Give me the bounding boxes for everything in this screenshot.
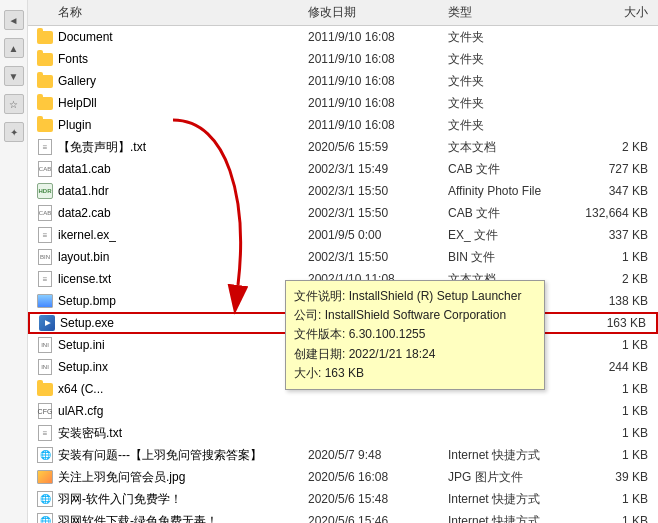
file-date: 2002/3/1 15:50 (308, 206, 448, 220)
file-icon-cfg: CFG (36, 402, 54, 420)
file-name: layout.bin (58, 250, 109, 264)
file-name: 羽网-软件入门免费学！ (58, 491, 182, 508)
file-icon-url: 🌐 (36, 512, 54, 523)
file-icon-txt (36, 424, 54, 442)
file-name: Setup.exe (60, 316, 114, 330)
tooltip-setupexe: 文件说明: InstallShield (R) Setup Launcher 公… (285, 280, 545, 390)
file-name: Document (58, 30, 113, 44)
tooltip-line4: 创建日期: 2022/1/21 18:24 (294, 345, 536, 364)
file-date: 2011/9/10 16:08 (308, 74, 448, 88)
file-icon-folder (36, 94, 54, 112)
file-size: 2 KB (578, 140, 658, 154)
file-size: 39 KB (578, 470, 658, 484)
file-name: ikernel.ex_ (58, 228, 116, 242)
file-row[interactable]: 🌐安装有问题---【上羽免问管搜索答案】2020/5/7 9:48Interne… (28, 444, 658, 466)
file-icon-folder (36, 50, 54, 68)
file-type: CAB 文件 (448, 205, 578, 222)
file-size: 1 KB (578, 404, 658, 418)
file-type: 文件夹 (448, 95, 578, 112)
sidebar-btn-star[interactable]: ☆ (4, 94, 24, 114)
file-row[interactable]: Plugin2011/9/10 16:08文件夹 (28, 114, 658, 136)
file-size: 1 KB (578, 250, 658, 264)
file-icon-txt (36, 226, 54, 244)
sidebar-btn-pin[interactable]: ✦ (4, 122, 24, 142)
file-icon-bin: BIN (36, 248, 54, 266)
file-type: Affinity Photo File (448, 184, 578, 198)
tooltip-line1: 文件说明: InstallShield (R) Setup Launcher (294, 287, 536, 306)
file-list[interactable]: Document2011/9/10 16:08文件夹Fonts2011/9/10… (28, 26, 658, 523)
tooltip-line5: 大小: 163 KB (294, 364, 536, 383)
file-icon-cab: CAB (36, 204, 54, 222)
file-date: 2011/9/10 16:08 (308, 118, 448, 132)
file-row[interactable]: 🌐羽网-软件入门免费学！2020/5/6 15:48Internet 快捷方式1… (28, 488, 658, 510)
file-icon-ini: INI (36, 358, 54, 376)
file-name: HelpDll (58, 96, 97, 110)
content-area: 名称 修改日期 类型 大小 Document2011/9/10 16:08文件夹… (28, 0, 658, 523)
file-type: 文本文档 (448, 139, 578, 156)
file-size: 138 KB (578, 294, 658, 308)
file-icon-folder (36, 380, 54, 398)
sidebar-btn-back[interactable]: ◄ (4, 10, 24, 30)
file-size: 163 KB (576, 316, 656, 330)
file-row[interactable]: CABdata2.cab2002/3/1 15:50CAB 文件132,664 … (28, 202, 658, 224)
file-size: 1 KB (578, 448, 658, 462)
file-row[interactable]: CFGulAR.cfg1 KB (28, 400, 658, 422)
file-name: 关注上羽免问管会员.jpg (58, 469, 185, 486)
file-type: Internet 快捷方式 (448, 491, 578, 508)
file-type: 文件夹 (448, 51, 578, 68)
file-icon-hdr: HDR (36, 182, 54, 200)
file-size: 244 KB (578, 360, 658, 374)
file-row[interactable]: 【免责声明】.txt2020/5/6 15:59文本文档2 KB (28, 136, 658, 158)
file-row[interactable]: 安装密码.txt1 KB (28, 422, 658, 444)
file-icon-url: 🌐 (36, 446, 54, 464)
file-name: x64 (C... (58, 382, 103, 396)
file-name: Setup.bmp (58, 294, 116, 308)
file-row[interactable]: Document2011/9/10 16:08文件夹 (28, 26, 658, 48)
file-name: 安装密码.txt (58, 425, 122, 442)
file-row[interactable]: HDRdata1.hdr2002/3/1 15:50Affinity Photo… (28, 180, 658, 202)
file-row[interactable]: 🌐羽网软件下载-绿色免费无毒！2020/5/6 15:46Internet 快捷… (28, 510, 658, 523)
col-header-size[interactable]: 大小 (578, 4, 658, 21)
file-type: Internet 快捷方式 (448, 513, 578, 524)
file-date: 2020/5/6 15:59 (308, 140, 448, 154)
file-icon-url: 🌐 (36, 490, 54, 508)
file-size: 347 KB (578, 184, 658, 198)
sidebar-btn-down[interactable]: ▼ (4, 66, 24, 86)
file-type: 文件夹 (448, 73, 578, 90)
file-icon-jpg (36, 468, 54, 486)
file-row[interactable]: 关注上羽免问管会员.jpg2020/5/6 16:08JPG 图片文件39 KB (28, 466, 658, 488)
file-size: 1 KB (578, 338, 658, 352)
file-row[interactable]: BINlayout.bin2002/3/1 15:50BIN 文件1 KB (28, 246, 658, 268)
col-header-date[interactable]: 修改日期 (308, 4, 448, 21)
file-name: Gallery (58, 74, 96, 88)
file-row[interactable]: HelpDll2011/9/10 16:08文件夹 (28, 92, 658, 114)
col-header-name[interactable]: 名称 (28, 4, 308, 21)
sidebar-btn-up[interactable]: ▲ (4, 38, 24, 58)
file-row[interactable]: Fonts2011/9/10 16:08文件夹 (28, 48, 658, 70)
file-type: EX_ 文件 (448, 227, 578, 244)
file-size: 1 KB (578, 426, 658, 440)
file-icon-txt (36, 270, 54, 288)
file-icon-folder (36, 72, 54, 90)
file-icon-exe: ▶ (38, 314, 56, 332)
file-size: 1 KB (578, 514, 658, 523)
tooltip-line3: 文件版本: 6.30.100.1255 (294, 325, 536, 344)
file-size: 132,664 KB (578, 206, 658, 220)
file-name: license.txt (58, 272, 111, 286)
file-type: Internet 快捷方式 (448, 447, 578, 464)
file-name: data2.cab (58, 206, 111, 220)
file-name: 羽网软件下载-绿色免费无毒！ (58, 513, 218, 524)
file-row[interactable]: CABdata1.cab2002/3/1 15:49CAB 文件727 KB (28, 158, 658, 180)
file-name: Plugin (58, 118, 91, 132)
file-date: 2002/3/1 15:50 (308, 250, 448, 264)
col-header-type[interactable]: 类型 (448, 4, 578, 21)
file-row[interactable]: Gallery2011/9/10 16:08文件夹 (28, 70, 658, 92)
file-type: BIN 文件 (448, 249, 578, 266)
tooltip-line2: 公司: InstallShield Software Corporation (294, 306, 536, 325)
file-date: 2011/9/10 16:08 (308, 30, 448, 44)
column-header: 名称 修改日期 类型 大小 (28, 0, 658, 26)
file-row[interactable]: ikernel.ex_2001/9/5 0:00EX_ 文件337 KB (28, 224, 658, 246)
file-size: 2 KB (578, 272, 658, 286)
file-name: 安装有问题---【上羽免问管搜索答案】 (58, 447, 262, 464)
file-date: 2002/3/1 15:50 (308, 184, 448, 198)
